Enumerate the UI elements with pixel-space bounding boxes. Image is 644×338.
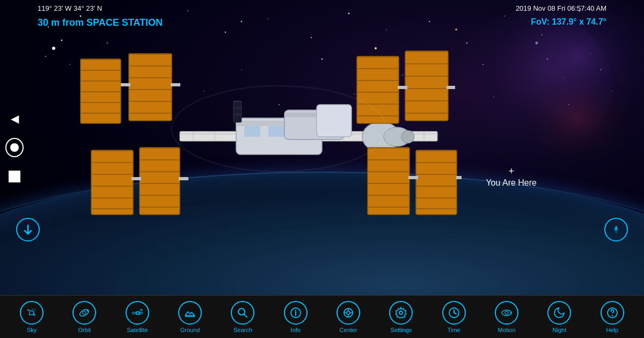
svg-point-138 — [28, 309, 30, 311]
svg-rect-111 — [405, 51, 448, 121]
svg-rect-101 — [233, 101, 241, 102]
time-label: Time — [448, 327, 460, 333]
svg-rect-118 — [398, 86, 407, 89]
svg-rect-107 — [357, 80, 399, 81]
svg-rect-134 — [408, 176, 418, 179]
center-icon — [336, 301, 360, 325]
hud-distance: 30 m from SPACE STATION — [38, 17, 163, 28]
svg-rect-58 — [171, 83, 180, 86]
svg-point-166 — [505, 311, 508, 314]
nav-motion[interactable]: Motion — [488, 301, 525, 333]
svg-rect-50 — [129, 54, 172, 121]
night-label: Night — [553, 327, 567, 333]
svg-rect-117 — [405, 113, 448, 114]
svg-rect-70 — [140, 183, 180, 184]
back-arrow-button[interactable]: ◀ — [5, 109, 24, 128]
svg-line-151 — [244, 314, 247, 317]
nav-sky[interactable]: Sky — [13, 301, 50, 333]
svg-line-164 — [454, 313, 456, 314]
left-controls: ◀ — [5, 109, 24, 186]
svg-rect-100 — [233, 101, 241, 122]
svg-rect-123 — [368, 171, 409, 172]
nebula-background — [451, 11, 612, 161]
svg-rect-131 — [416, 186, 457, 187]
bottom-navigation: Sky Orbit — [0, 295, 644, 338]
ground-icon — [178, 301, 202, 325]
nav-info[interactable]: Info — [277, 301, 314, 333]
svg-point-156 — [347, 311, 350, 314]
svg-point-141 — [34, 314, 35, 315]
stop-button[interactable] — [5, 167, 24, 186]
svg-rect-120 — [368, 148, 409, 215]
hud-datetime: 2019 Nov 08 Fri 06:57:40 AM — [516, 4, 606, 12]
motion-icon — [495, 301, 518, 325]
svg-rect-122 — [368, 159, 409, 160]
settings-icon — [389, 301, 413, 325]
svg-rect-127 — [416, 150, 457, 215]
nav-help[interactable]: Help — [594, 301, 631, 333]
svg-rect-57 — [121, 83, 130, 86]
svg-rect-48 — [80, 102, 121, 103]
help-icon — [601, 301, 624, 325]
svg-rect-147 — [133, 312, 136, 314]
svg-rect-104 — [357, 56, 399, 123]
svg-point-99 — [401, 130, 414, 143]
svg-rect-91 — [244, 126, 260, 137]
svg-rect-129 — [416, 162, 457, 163]
svg-rect-55 — [129, 101, 172, 102]
you-are-here-label: You Are Here — [486, 166, 537, 188]
svg-rect-54 — [129, 89, 172, 90]
nav-settings[interactable]: Settings — [382, 301, 420, 333]
nav-orbit[interactable]: Orbit — [65, 301, 103, 333]
svg-rect-67 — [140, 148, 180, 149]
nav-satellite[interactable]: Satellite — [119, 301, 156, 333]
nav-center[interactable]: Center — [330, 301, 367, 333]
svg-point-142 — [32, 308, 33, 310]
svg-rect-49 — [80, 113, 121, 114]
svg-point-161 — [399, 311, 402, 314]
svg-rect-60 — [91, 150, 133, 151]
motion-label: Motion — [498, 327, 516, 333]
svg-rect-114 — [405, 76, 448, 77]
svg-rect-112 — [405, 51, 448, 52]
svg-rect-108 — [357, 92, 399, 93]
svg-rect-119 — [447, 86, 455, 89]
nav-search[interactable]: Search — [224, 301, 261, 333]
hud-fov: FoV: 137.9° x 74.7° — [531, 17, 606, 27]
compass-down-button[interactable] — [16, 218, 40, 241]
svg-rect-115 — [405, 88, 448, 89]
time-icon — [442, 301, 466, 325]
svg-rect-52 — [129, 65, 172, 67]
nav-night[interactable]: Night — [540, 301, 578, 333]
iss-model — [75, 43, 462, 236]
svg-rect-128 — [416, 150, 457, 151]
target-circle-button[interactable] — [5, 138, 24, 157]
svg-rect-45 — [80, 70, 121, 71]
svg-rect-124 — [368, 183, 409, 184]
svg-rect-125 — [368, 195, 409, 196]
svg-rect-51 — [129, 54, 172, 55]
svg-point-144 — [83, 311, 86, 314]
nav-ground[interactable]: Ground — [171, 301, 209, 333]
info-label: Info — [291, 327, 301, 333]
satellite-icon — [126, 301, 149, 325]
svg-rect-102 — [233, 107, 241, 108]
compass-north-button[interactable] — [604, 218, 628, 241]
svg-rect-105 — [357, 56, 399, 57]
sky-label: Sky — [27, 327, 36, 333]
svg-rect-65 — [91, 208, 133, 209]
svg-rect-133 — [416, 208, 457, 209]
ground-label: Ground — [180, 327, 200, 333]
svg-rect-53 — [129, 77, 172, 78]
info-icon — [284, 301, 308, 325]
search-label: Search — [233, 327, 252, 333]
svg-rect-71 — [140, 195, 180, 196]
svg-rect-59 — [91, 150, 133, 215]
svg-rect-113 — [405, 63, 448, 64]
svg-point-168 — [612, 314, 613, 315]
svg-rect-132 — [416, 197, 457, 199]
nav-time[interactable]: Time — [435, 301, 473, 333]
app-container: 119° 23' W 34° 23' N 2019 Nov 08 Fri 06:… — [0, 0, 644, 338]
svg-rect-73 — [131, 177, 141, 180]
svg-rect-110 — [357, 115, 399, 116]
